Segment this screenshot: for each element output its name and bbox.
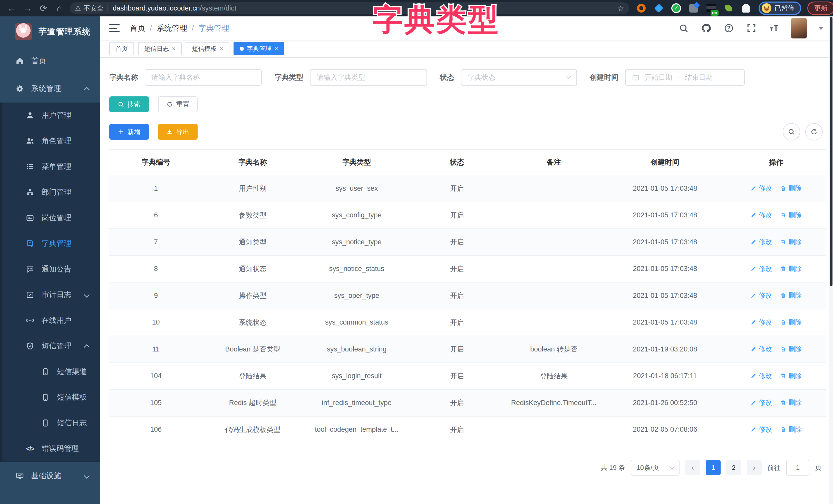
close-icon[interactable]: × bbox=[220, 45, 223, 52]
bookmark-star-icon[interactable]: ☆ bbox=[617, 4, 624, 13]
sidebar-item-home[interactable]: 首页 bbox=[0, 47, 100, 75]
sidebar-item-role-management[interactable]: 角色管理 bbox=[0, 128, 100, 154]
sidebar-item-user-management[interactable]: 用户管理 bbox=[0, 103, 100, 128]
edit-link[interactable]: 修改 bbox=[751, 318, 772, 327]
show-search-button[interactable] bbox=[783, 123, 800, 141]
chrome-update-button[interactable]: 更新 bbox=[807, 2, 833, 15]
page-size-select[interactable]: 10条/页 bbox=[631, 460, 680, 476]
tab-dict-management[interactable]: 字典管理 × bbox=[234, 42, 284, 55]
cell-dict-type-link[interactable]: inf_redis_timeout_type bbox=[303, 389, 410, 416]
github-icon[interactable] bbox=[700, 23, 712, 34]
goto-page-input[interactable] bbox=[786, 460, 809, 476]
forward-icon[interactable]: → bbox=[20, 3, 35, 13]
extension-ghost-icon[interactable] bbox=[741, 3, 752, 14]
cell-dict-type-link[interactable]: sys_boolean_string bbox=[303, 336, 410, 363]
delete-link[interactable]: 删除 bbox=[780, 345, 802, 354]
extension-grid-icon[interactable] bbox=[688, 3, 699, 14]
cell-dict-type-link[interactable]: sys_common_status bbox=[303, 309, 410, 336]
back-icon[interactable]: ← bbox=[4, 3, 20, 13]
refresh-table-button[interactable] bbox=[805, 123, 823, 141]
sidebar-item-notice-management[interactable]: 通知公告 bbox=[0, 256, 100, 282]
address-bar[interactable]: ⚠ 不安全 dashboard.yudao.iocoder.cn /system… bbox=[70, 2, 629, 14]
extension-proxy-icon[interactable]: on bbox=[706, 3, 716, 14]
extension-green-icon[interactable]: ✓ bbox=[671, 3, 682, 14]
sidebar-item-online-users[interactable]: 在线用户 bbox=[0, 308, 100, 333]
extension-gem-icon[interactable] bbox=[653, 3, 664, 14]
reset-button[interactable]: 重置 bbox=[158, 96, 197, 112]
tab-home[interactable]: 首页 bbox=[109, 42, 134, 55]
close-icon[interactable]: × bbox=[275, 45, 278, 52]
edit-link[interactable]: 修改 bbox=[751, 425, 772, 434]
page-1-button[interactable]: 1 bbox=[706, 460, 721, 475]
scrollbar[interactable] bbox=[829, 17, 833, 504]
extension-sprout-icon[interactable] bbox=[723, 3, 734, 14]
sidebar-item-error-code-management[interactable]: </> 错误码管理 bbox=[0, 436, 100, 461]
edit-link[interactable]: 修改 bbox=[751, 211, 772, 220]
cell-dict-type-link[interactable]: sys_notice_status bbox=[303, 256, 410, 282]
delete-link[interactable]: 删除 bbox=[780, 425, 802, 434]
sidebar-item-dept-management[interactable]: 部门管理 bbox=[0, 179, 100, 205]
sidebar-item-dict-management[interactable]: 字典管理 bbox=[0, 231, 100, 256]
delete-link[interactable]: 删除 bbox=[780, 291, 802, 300]
app-logo-row[interactable]: 芋道管理系统 bbox=[0, 17, 100, 47]
delete-link[interactable]: 删除 bbox=[780, 237, 802, 246]
date-range-picker[interactable]: 开始日期 - 结束日期 bbox=[625, 69, 745, 85]
cell-dict-type-link[interactable]: sys_user_sex bbox=[303, 175, 410, 202]
cell-dict-type-link[interactable]: sys_oper_type bbox=[303, 282, 410, 309]
sidebar-item-sms-channel[interactable]: 短信渠道 bbox=[0, 359, 100, 384]
sidebar-item-sms-log[interactable]: 短信日志 bbox=[0, 410, 100, 436]
avatar-caret-icon[interactable] bbox=[818, 27, 824, 30]
tab-sms-log[interactable]: 短信日志 × bbox=[138, 42, 182, 55]
edit-link[interactable]: 修改 bbox=[751, 291, 772, 300]
breadcrumb-system[interactable]: 系统管理 bbox=[157, 23, 187, 33]
help-icon[interactable] bbox=[723, 23, 735, 34]
search-button[interactable]: 搜索 bbox=[109, 96, 149, 112]
home-icon[interactable]: ⌂ bbox=[51, 3, 67, 13]
edit-link[interactable]: 修改 bbox=[751, 345, 772, 354]
edit-link[interactable]: 修改 bbox=[751, 264, 772, 273]
font-size-icon[interactable] bbox=[768, 23, 780, 34]
prev-page-button[interactable]: ‹ bbox=[685, 460, 700, 475]
sidebar-item-sms-template[interactable]: 短信模板 bbox=[0, 384, 100, 410]
create-button[interactable]: 新增 bbox=[109, 124, 149, 140]
paused-extension-chip[interactable]: 已暂停 bbox=[759, 2, 801, 15]
breadcrumb-home[interactable]: 首页 bbox=[130, 23, 145, 33]
page-2-button[interactable]: 2 bbox=[726, 460, 741, 475]
edit-link[interactable]: 修改 bbox=[751, 237, 772, 246]
delete-link[interactable]: 删除 bbox=[780, 398, 802, 407]
sidebar-item-system-management[interactable]: 系统管理 bbox=[0, 75, 100, 103]
scrollbar-thumb[interactable] bbox=[830, 17, 832, 286]
cell-dict-type-link[interactable]: sys_notice_type bbox=[303, 229, 410, 256]
user-avatar[interactable] bbox=[791, 18, 807, 39]
sidebar-item-audit-log[interactable]: 审计日志 bbox=[0, 282, 100, 308]
sidebar-item-post-management[interactable]: 岗位管理 bbox=[0, 205, 100, 231]
sidebar-item-menu-management[interactable]: 菜单管理 bbox=[0, 154, 100, 179]
sidebar-item-label: 系统管理 bbox=[31, 83, 61, 94]
fullscreen-icon[interactable] bbox=[746, 23, 757, 34]
header-search-icon[interactable] bbox=[678, 23, 689, 34]
edit-link[interactable]: 修改 bbox=[751, 184, 772, 193]
hamburger-icon[interactable] bbox=[109, 24, 120, 32]
dict-name-input[interactable] bbox=[151, 74, 255, 81]
tab-sms-template[interactable]: 短信模板 × bbox=[186, 42, 230, 55]
status-select[interactable]: 字典状态 bbox=[461, 69, 577, 85]
reload-icon[interactable]: ⟳ bbox=[35, 3, 51, 13]
dict-type-input[interactable] bbox=[317, 74, 420, 81]
sidebar-item-sms-management[interactable]: 短信管理 bbox=[0, 333, 100, 359]
close-icon[interactable]: × bbox=[172, 45, 175, 52]
sidebar-item-infrastructure[interactable]: 基础设施 bbox=[0, 462, 100, 490]
delete-link[interactable]: 删除 bbox=[780, 211, 802, 220]
delete-link[interactable]: 删除 bbox=[780, 184, 802, 193]
cell-created: 2021-01-05 17:03:48 bbox=[604, 309, 726, 336]
delete-link[interactable]: 删除 bbox=[780, 318, 802, 327]
cell-dict-type-link[interactable]: sys_config_type bbox=[303, 202, 410, 229]
delete-link[interactable]: 删除 bbox=[780, 264, 802, 273]
cell-dict-type-link[interactable]: sys_login_result bbox=[303, 363, 410, 390]
edit-link[interactable]: 修改 bbox=[751, 398, 772, 407]
edit-link[interactable]: 修改 bbox=[751, 372, 772, 380]
cell-dict-type-link[interactable]: tool_codegen_template_t... bbox=[303, 416, 410, 443]
extension-donut-icon[interactable] bbox=[636, 3, 647, 14]
next-page-button[interactable]: › bbox=[747, 460, 762, 475]
export-button[interactable]: 导出 bbox=[158, 124, 197, 140]
delete-link[interactable]: 删除 bbox=[780, 372, 802, 380]
